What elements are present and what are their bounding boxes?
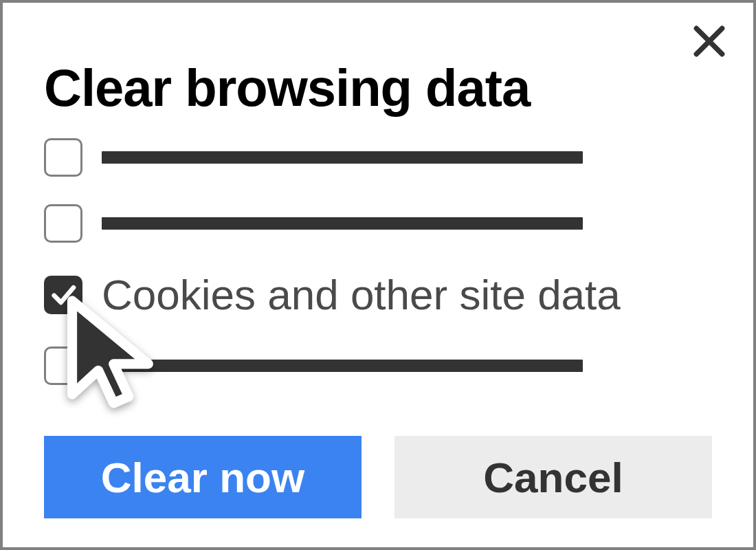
option-row: Cookies and other site data (44, 270, 712, 319)
option-label-cookies: Cookies and other site data (102, 270, 621, 319)
close-button[interactable] (690, 22, 729, 60)
option-checkbox-1[interactable] (44, 138, 82, 177)
option-checkbox-2[interactable] (44, 204, 82, 243)
option-label-placeholder (102, 360, 583, 372)
clear-browsing-data-dialog: Clear browsing data Cookies and other si… (0, 0, 756, 550)
option-checkbox-cookies[interactable] (44, 276, 82, 314)
option-row (44, 138, 712, 177)
clear-now-button[interactable]: Clear now (44, 436, 362, 518)
option-label-placeholder (102, 217, 583, 230)
option-label-placeholder (102, 151, 583, 164)
dialog-buttons: Clear now Cancel (44, 436, 712, 518)
cancel-button[interactable]: Cancel (394, 436, 712, 518)
dialog-title: Clear browsing data (44, 58, 712, 118)
option-checkbox-4[interactable] (44, 346, 82, 385)
close-icon (690, 22, 729, 60)
options-list: Cookies and other site data (44, 138, 712, 385)
option-row (44, 204, 712, 243)
option-row (44, 346, 712, 385)
